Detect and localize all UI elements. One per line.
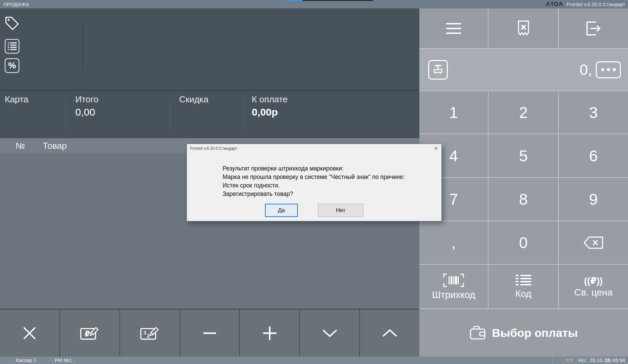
payment-label: Выбор оплаты: [492, 326, 578, 340]
backspace-icon: [583, 236, 604, 249]
app-version-title: Frontol v.6.20.0 Стандарт: [567, 1, 625, 7]
divider: [577, 357, 577, 364]
subtotal-label: Итого: [75, 94, 98, 105]
divider: [587, 357, 587, 364]
more-icon: [607, 68, 610, 71]
top-progress-strip-dark: [303, 0, 373, 1]
scroll-up-button[interactable]: [360, 309, 419, 357]
weighing-scale-icon: [432, 63, 444, 76]
increase-button[interactable]: [240, 309, 300, 357]
percent-icon: %: [8, 60, 16, 71]
no-button[interactable]: Нет: [318, 204, 363, 217]
more-options-button[interactable]: [596, 61, 621, 78]
col-name-header: Товар: [43, 141, 67, 151]
free-price-button[interactable]: ((₽)) Св. цена: [559, 265, 628, 308]
card-label: Карта: [5, 94, 28, 105]
atol-logo: ΛTOΛ: [546, 1, 563, 8]
key-9[interactable]: 9: [559, 178, 628, 221]
scroll-down-button[interactable]: [300, 309, 360, 357]
hamburger-menu-icon: [445, 23, 462, 34]
divider: [552, 357, 553, 364]
divider: [53, 357, 53, 364]
yes-button[interactable]: Да: [265, 204, 298, 217]
divider: [82, 23, 83, 70]
list-icon: [8, 42, 17, 50]
ruble-pencil-icon: ₽: [80, 325, 99, 341]
plus-icon: [262, 326, 277, 341]
digits-pencil-icon: 1 2: [140, 325, 159, 341]
keypad: 0, 1 2 3 4 5 6 7 8 9 , 0: [419, 8, 628, 357]
cashier-label: Кассир 1: [16, 357, 36, 363]
key-1[interactable]: 1: [419, 91, 488, 134]
payment-button[interactable]: Выбор оплаты: [419, 309, 628, 357]
divider: [65, 97, 66, 132]
receipt-x-icon: [517, 20, 530, 37]
workstation-label: РМ №1: [55, 357, 72, 363]
chevron-up-icon: [382, 329, 398, 338]
key-5[interactable]: 5: [489, 134, 558, 177]
backspace-button[interactable]: [559, 221, 628, 264]
price-tag-icon: [5, 16, 19, 31]
menu-button[interactable]: [419, 8, 488, 48]
key-6[interactable]: 6: [559, 134, 628, 177]
view-list-button[interactable]: [5, 39, 19, 54]
language-indicator: RU: [578, 357, 586, 363]
key-comma[interactable]: ,: [419, 221, 488, 264]
dialog-message-line: Марка не прошла проверку в системе "Чест…: [223, 174, 405, 181]
cancel-receipt-button[interactable]: [489, 8, 558, 48]
minus-icon: [203, 331, 217, 335]
close-icon[interactable]: ✕: [434, 145, 438, 151]
mode-title: ПРОДАЖА: [3, 1, 29, 7]
frontol-pos-window: ПРОДАЖА ΛTOΛ Frontol v.6.20.0 Стандарт: [0, 0, 628, 364]
chevron-down-icon: [322, 329, 338, 338]
marking-check-dialog: Frontol v.6.20.0 Стандарт ✕ Результат пр…: [187, 144, 442, 221]
entry-value: 0,: [579, 61, 592, 78]
tag-button[interactable]: [5, 16, 19, 31]
dialog-message-line: Зарегистрировать товар?: [223, 190, 293, 198]
code-label: Код: [515, 288, 532, 299]
edit-quantity-button[interactable]: 1 2: [120, 309, 180, 357]
code-button[interactable]: Код: [489, 265, 558, 308]
free-price-icon: ((₽)): [584, 276, 603, 286]
dialog-message-line: Истек срок годности.: [223, 182, 280, 189]
title-bar: ПРОДАЖА ΛTOΛ Frontol v.6.20.0 Стандарт: [0, 0, 628, 8]
exit-button[interactable]: [559, 8, 628, 48]
key-2[interactable]: 2: [489, 91, 558, 134]
key-3[interactable]: 3: [559, 91, 628, 134]
divider: [243, 97, 243, 132]
exit-icon: [585, 20, 602, 37]
col-num-header: №: [16, 141, 25, 151]
barcode-button[interactable]: Штрихкод: [419, 265, 488, 308]
dialog-title: Frontol v.6.20.0 Стандарт: [190, 146, 237, 151]
sync-alert-badge: !!:!!: [566, 357, 573, 363]
due-value: 0,00р: [252, 106, 278, 118]
subtotal-value: 0,00: [75, 106, 95, 118]
totals-band: Карта Итого 0,00 Скидка К оплате 0,00р: [0, 90, 419, 138]
decrease-button[interactable]: [180, 309, 240, 357]
discount-button[interactable]: %: [5, 58, 19, 73]
svg-text:2: 2: [147, 333, 150, 339]
svg-text:1: 1: [144, 329, 147, 335]
edit-price-button[interactable]: ₽: [60, 309, 120, 357]
more-icon: [601, 68, 604, 71]
scale-button[interactable]: [428, 60, 448, 80]
barcode-label: Штрихкод: [432, 289, 475, 300]
x-cross-icon: [22, 326, 37, 340]
divider: [170, 97, 171, 132]
key-8[interactable]: 8: [489, 178, 558, 221]
key-0[interactable]: 0: [489, 221, 558, 264]
free-price-label: Св. цена: [574, 287, 613, 298]
code-list-icon: [516, 274, 531, 286]
barcode-icon: [442, 273, 465, 287]
sale-panel: %: [0, 8, 419, 90]
divider: [564, 357, 564, 364]
dialog-message-line: Результат проверки штрихкода маркировки:: [223, 165, 344, 172]
discount-label: Скидка: [179, 94, 208, 105]
edit-toolbar: ₽ 1 2: [0, 309, 419, 357]
more-icon: [613, 68, 616, 71]
due-label: К оплате: [252, 94, 288, 105]
entry-field[interactable]: 0,: [419, 49, 628, 90]
svg-text:₽: ₽: [85, 329, 90, 338]
cancel-item-button[interactable]: [0, 309, 60, 357]
divider: [74, 357, 74, 364]
